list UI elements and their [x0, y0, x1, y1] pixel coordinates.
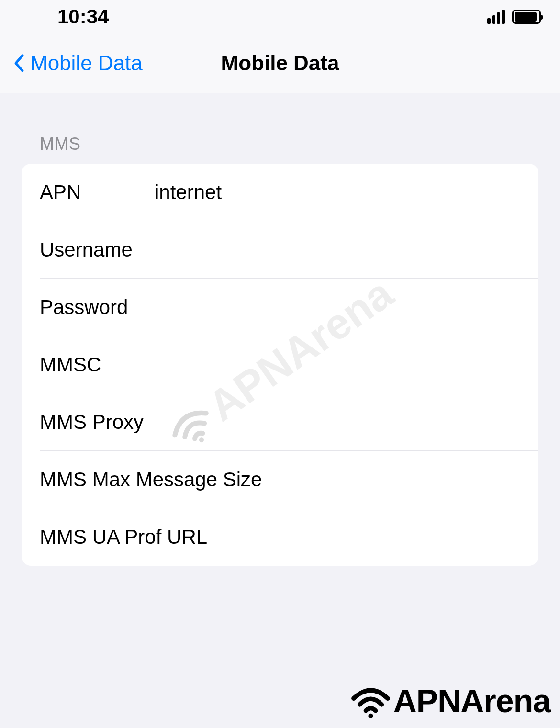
back-label: Mobile Data: [30, 51, 143, 75]
svg-point-1: [368, 714, 373, 718]
username-input[interactable]: [155, 238, 520, 261]
mmsc-input[interactable]: [155, 353, 520, 376]
apn-label: APN: [40, 181, 155, 204]
signal-icon: [487, 10, 505, 24]
footer-brand: APNArena: [350, 680, 550, 721]
status-icons: [487, 10, 541, 24]
navigation-bar: Mobile Data Mobile Data: [0, 34, 560, 93]
mms-max-size-label: MMS Max Message Size: [40, 468, 520, 491]
mms-proxy-row[interactable]: MMS Proxy: [22, 393, 538, 451]
mms-proxy-label: MMS Proxy: [40, 411, 268, 434]
back-button[interactable]: Mobile Data: [12, 51, 143, 75]
apn-row[interactable]: APN: [22, 164, 538, 221]
password-label: Password: [40, 296, 155, 319]
settings-group: APN Username Password MMSC MMS Proxy MMS…: [22, 164, 538, 566]
username-row[interactable]: Username: [22, 221, 538, 279]
mms-ua-prof-row[interactable]: MMS UA Prof URL: [22, 508, 538, 566]
password-row[interactable]: Password: [22, 279, 538, 336]
page-title: Mobile Data: [221, 51, 339, 75]
wifi-icon: [350, 680, 391, 721]
mmsc-row[interactable]: MMSC: [22, 336, 538, 393]
password-input[interactable]: [155, 296, 520, 319]
apn-input[interactable]: [155, 181, 520, 204]
footer-brand-text: APNArena: [393, 682, 550, 719]
status-time: 10:34: [19, 5, 109, 28]
status-bar: 10:34: [0, 0, 560, 34]
mms-ua-prof-label: MMS UA Prof URL: [40, 526, 520, 549]
section-header-mms: MMS: [22, 134, 538, 154]
battery-icon: [512, 10, 541, 24]
mmsc-label: MMSC: [40, 353, 155, 376]
chevron-left-icon: [12, 51, 26, 75]
username-label: Username: [40, 238, 155, 261]
mms-proxy-input[interactable]: [268, 411, 520, 434]
mms-max-size-row[interactable]: MMS Max Message Size: [22, 451, 538, 508]
content-area: MMS APN Username Password MMSC MMS Proxy…: [0, 93, 560, 566]
